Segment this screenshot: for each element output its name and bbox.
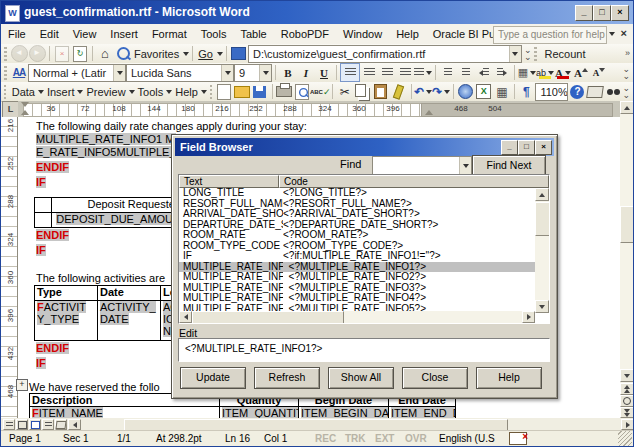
- save-icon[interactable]: [251, 83, 269, 100]
- align-left-icon[interactable]: [340, 63, 360, 82]
- reading-view-icon[interactable]: [55, 419, 67, 430]
- toolbar-grip[interactable]: [4, 47, 7, 61]
- copy-icon[interactable]: [354, 83, 372, 100]
- first-line-indent-marker[interactable]: [21, 102, 29, 107]
- highlight-icon[interactable]: ab: [536, 64, 554, 81]
- column-header-text[interactable]: Text: [179, 175, 279, 188]
- field-row[interactable]: MULTIPLE_RATE_INFO4 <?MULTIPLE_RATE_INFO…: [179, 293, 535, 304]
- bip-preview-menu[interactable]: Preview: [83, 86, 128, 98]
- go-dropdown-icon[interactable]: [217, 52, 223, 56]
- outline-view-icon[interactable]: [42, 419, 54, 430]
- title-bar[interactable]: W guest_confirmation.rtf - Microsoft Wor…: [1, 1, 633, 24]
- menubar-close-icon[interactable]: ×: [621, 27, 627, 39]
- close-button[interactable]: ×: [611, 5, 629, 21]
- web-layout-view-icon[interactable]: [16, 419, 28, 430]
- tab-selector[interactable]: L: [2, 101, 19, 118]
- favorites-dropdown-icon[interactable]: [183, 52, 189, 56]
- scroll-thumb[interactable]: [535, 202, 550, 236]
- endif-field[interactable]: ENDIF: [36, 342, 69, 354]
- show-web-toolbar-icon[interactable]: [230, 45, 248, 62]
- bip-data-menu[interactable]: Data: [9, 86, 38, 98]
- list-horizontal-scrollbar[interactable]: [179, 311, 535, 323]
- font-color-icon[interactable]: A: [554, 64, 572, 81]
- menu-format[interactable]: Format: [145, 26, 194, 42]
- table-move-handle-icon[interactable]: +: [16, 379, 28, 391]
- help-button[interactable]: Help: [476, 367, 542, 389]
- spelling-status-icon[interactable]: [509, 432, 527, 445]
- deposit-table[interactable]: Deposit Requested DEPOSIT_DUE_AMOUN: [34, 197, 184, 228]
- bold-icon[interactable]: B: [279, 64, 297, 81]
- list-vertical-scrollbar[interactable]: [535, 188, 549, 313]
- scroll-down-icon[interactable]: [535, 300, 549, 313]
- toolbar-grip[interactable]: [4, 85, 6, 99]
- redo-icon[interactable]: ↷: [432, 83, 450, 100]
- scroll-right-icon[interactable]: [522, 311, 535, 323]
- style-combo[interactable]: Normal + (Latir: [28, 64, 126, 82]
- next-page-icon[interactable]: [620, 407, 634, 418]
- normal-view-icon[interactable]: [3, 419, 15, 430]
- dialog-title-bar[interactable]: Field Browser _ □ ×: [175, 138, 554, 156]
- field-row[interactable]: ARRIVAL_DATE_SHORT<?ARRIVAL_DATE_SHORT?>: [179, 209, 535, 220]
- help-icon[interactable]: ?: [568, 83, 586, 100]
- if-field[interactable]: IF: [36, 244, 46, 256]
- field-row[interactable]: ROOM_RATE<?ROOM_RATE?>: [179, 230, 535, 241]
- underline-icon[interactable]: U: [315, 64, 333, 81]
- toolbar-grip[interactable]: [210, 85, 212, 99]
- endif-field[interactable]: ENDIF: [36, 161, 69, 173]
- undo-icon[interactable]: ↶: [414, 83, 432, 100]
- field-row[interactable]: RESORT_FULL_NAME<?RESORT_FULL_NAME?>: [179, 199, 535, 210]
- menu-insert[interactable]: Insert: [103, 26, 145, 42]
- borders-icon[interactable]: ▦: [518, 64, 536, 81]
- home-icon[interactable]: ⌂: [96, 45, 114, 62]
- close-dialog-button[interactable]: Close: [402, 367, 468, 389]
- status-ext[interactable]: EXT: [375, 433, 394, 444]
- numbered-list-icon[interactable]: [439, 64, 457, 81]
- field-row[interactable]: ROOM_TYPE_CODE<?ROOM_TYPE_CODE?>: [179, 241, 535, 252]
- favorites-button[interactable]: Favorites: [132, 48, 181, 60]
- format-painter-icon[interactable]: [390, 83, 408, 100]
- stop-icon[interactable]: ×: [53, 45, 71, 62]
- field-row[interactable]: MULTIPLE_RATE_INFO2 <?MULTIPLE_RATE_INFO…: [179, 272, 535, 283]
- decrease-indent-icon[interactable]: [475, 64, 493, 81]
- formatting-overflow-icon[interactable]: ⌄⌄: [622, 66, 630, 80]
- align-right-icon[interactable]: [378, 64, 396, 81]
- back-icon[interactable]: ◄: [10, 45, 28, 62]
- field-row[interactable]: MULTIPLE_RATE_INFO3 <?MULTIPLE_RATE_INFO…: [179, 283, 535, 294]
- menu-edit[interactable]: Edit: [33, 26, 66, 42]
- menu-window[interactable]: Window: [336, 26, 389, 42]
- grow-font-icon[interactable]: A: [572, 64, 590, 81]
- maximize-button[interactable]: □: [593, 5, 611, 21]
- scroll-down-icon[interactable]: [620, 369, 634, 382]
- bullet-list-icon[interactable]: [457, 64, 475, 81]
- activities-table[interactable]: Type Date Lo FACTIVIT Y_TYPE ACTIVITY_ D…: [34, 285, 190, 341]
- edit-field[interactable]: <?MULTIPLE_RATE_INFO1?>: [178, 338, 550, 362]
- address-dropdown-icon[interactable]: [509, 46, 521, 62]
- line-spacing-icon[interactable]: [414, 64, 432, 81]
- status-rec[interactable]: REC: [315, 433, 336, 444]
- right-indent-marker[interactable]: [425, 110, 433, 115]
- zoom-combo[interactable]: 110%: [535, 83, 568, 101]
- new-document-icon[interactable]: [215, 83, 233, 100]
- print-preview-icon[interactable]: [293, 83, 311, 100]
- menu-help[interactable]: Help: [389, 26, 426, 42]
- scroll-thumb[interactable]: [620, 206, 634, 243]
- bip-tools-menu[interactable]: Tools: [135, 86, 167, 98]
- menu-robopdf[interactable]: RoboPDF: [274, 26, 336, 42]
- toolbar-grip[interactable]: [4, 66, 7, 80]
- previous-page-icon[interactable]: [620, 383, 634, 395]
- status-trk[interactable]: TRK: [345, 433, 366, 444]
- search-web-icon[interactable]: [114, 45, 132, 62]
- if-field[interactable]: IF: [36, 357, 46, 369]
- if-field[interactable]: IF: [36, 176, 46, 188]
- menu-file[interactable]: File: [1, 26, 33, 42]
- select-browse-object-icon[interactable]: [620, 395, 634, 407]
- dialog-minimize-button[interactable]: _: [501, 140, 518, 155]
- font-size-combo[interactable]: 9: [234, 64, 272, 82]
- dialog-close-button[interactable]: ×: [535, 140, 552, 155]
- refresh-icon[interactable]: ↻: [71, 45, 89, 62]
- resize-grip[interactable]: [618, 431, 632, 446]
- shrink-font-icon[interactable]: A: [590, 64, 608, 81]
- italic-icon[interactable]: I: [297, 64, 315, 81]
- scroll-right-icon[interactable]: [621, 419, 634, 430]
- field-browser-dialog[interactable]: Field Browser _ □ × Find Find Next Text …: [171, 134, 558, 399]
